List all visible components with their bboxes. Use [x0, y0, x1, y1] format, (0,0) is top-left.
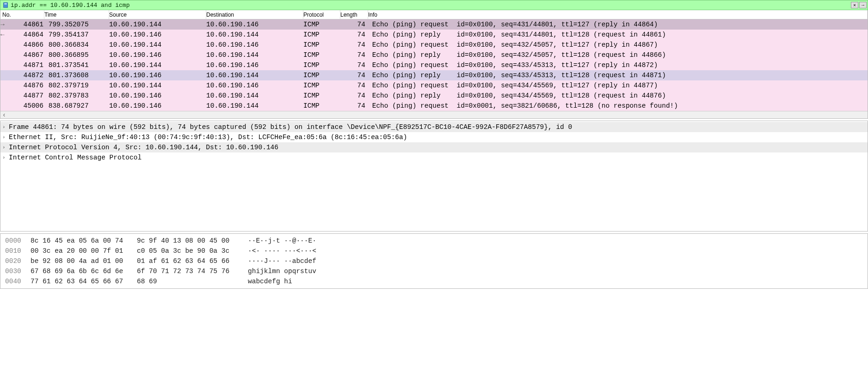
- detail-text: Frame 44861: 74 bytes on wire (592 bits)…: [9, 123, 572, 131]
- cell-destination: 10.60.190.144: [206, 31, 303, 38]
- ascii-text: ··E··j·t ··@···E·: [248, 237, 316, 244]
- chevron-right-icon[interactable]: ›: [2, 155, 9, 160]
- cell-source: 10.60.190.146: [109, 51, 206, 59]
- hex-group-1: 67 68 69 6a 6b 6c 6d 6e: [31, 268, 137, 275]
- cell-protocol: ICMP: [303, 51, 340, 59]
- cell-length: 74: [340, 102, 368, 110]
- hex-group-2: 9c 9f 40 13 08 00 45 00: [137, 237, 248, 244]
- packet-row[interactable]: 44867 800.36689510.60.190.14610.60.190.1…: [0, 50, 868, 60]
- cell-source: 10.60.190.144: [109, 21, 206, 28]
- packet-row[interactable]: 44876 802.37971910.60.190.14410.60.190.1…: [0, 80, 868, 91]
- col-header-length[interactable]: Length: [340, 10, 368, 19]
- packet-bytes-panel: 00008c 16 45 ea 05 6a 00 749c 9f 40 13 0…: [0, 233, 868, 289]
- cell-no: 44872: [0, 72, 44, 79]
- hex-group-1: 77 61 62 63 64 65 66 67: [31, 278, 137, 285]
- packet-row[interactable]: 45006 838.68792710.60.190.14610.60.190.1…: [0, 101, 868, 111]
- bytes-row[interactable]: 00008c 16 45 ea 05 6a 00 749c 9f 40 13 0…: [0, 236, 868, 246]
- col-header-no[interactable]: No.: [0, 10, 44, 19]
- relation-arrow-icon: ←: [0, 31, 13, 38]
- svg-rect-0: [4, 3, 8, 8]
- byte-offset: 0000: [5, 237, 31, 244]
- cell-source: 10.60.190.144: [109, 82, 206, 89]
- cell-protocol: ICMP: [303, 21, 340, 28]
- hex-group-2: 68 69: [137, 278, 248, 285]
- packet-row[interactable]: →44861 799.35207510.60.190.14410.60.190.…: [0, 19, 868, 30]
- cell-time: 802.379719: [44, 82, 109, 89]
- byte-offset: 0020: [5, 257, 31, 265]
- cell-no: 44867: [0, 51, 44, 59]
- cell-info: Echo (ping) request id=0x0100, seq=434/4…: [368, 82, 868, 89]
- hex-group-1: 8c 16 45 ea 05 6a 00 74: [31, 237, 137, 244]
- chevron-right-icon[interactable]: ›: [2, 145, 9, 150]
- hex-group-2: 01 af 61 62 63 64 65 66: [137, 257, 248, 265]
- cell-info: Echo (ping) reply id=0x0100, seq=433/453…: [368, 72, 868, 79]
- packet-row[interactable]: ←44864 799.35413710.60.190.14610.60.190.…: [0, 30, 868, 40]
- cell-source: 10.60.190.146: [109, 72, 206, 79]
- chevron-right-icon[interactable]: ›: [2, 124, 9, 130]
- detail-tree-item[interactable]: ›Ethernet II, Src: RuijieNe_9f:40:13 (00…: [0, 132, 868, 142]
- hex-group-1: 00 3c ea 20 00 00 7f 01: [31, 247, 137, 255]
- bytes-row[interactable]: 004077 61 62 63 64 65 66 6768 69wabcdefg…: [0, 276, 868, 287]
- packet-details-panel: ›Frame 44861: 74 bytes on wire (592 bits…: [0, 121, 868, 232]
- cell-destination: 10.60.190.146: [206, 21, 303, 28]
- apply-filter-button[interactable]: →: [859, 2, 867, 8]
- cell-no: 45006: [0, 102, 44, 110]
- bookmark-icon[interactable]: [2, 1, 9, 9]
- cell-protocol: ICMP: [303, 41, 340, 49]
- cell-length: 74: [340, 61, 368, 69]
- display-filter-bar: ✕ →: [0, 0, 868, 10]
- cell-length: 74: [340, 72, 368, 79]
- cell-time: 799.354137: [44, 31, 109, 38]
- ascii-text: ····J··· ··abcdef: [248, 257, 316, 265]
- bytes-row[interactable]: 003067 68 69 6a 6b 6c 6d 6e6f 70 71 72 7…: [0, 266, 868, 276]
- byte-offset: 0040: [5, 278, 31, 285]
- chevron-right-icon[interactable]: ›: [2, 134, 9, 140]
- col-header-protocol[interactable]: Protocol: [303, 10, 340, 19]
- bytes-row[interactable]: 0020be 92 08 00 4a ad 01 0001 af 61 62 6…: [0, 256, 868, 266]
- cell-destination: 10.60.190.146: [206, 41, 303, 49]
- cell-length: 74: [340, 51, 368, 59]
- col-header-time[interactable]: Time: [44, 10, 109, 19]
- hex-group-2: c0 05 0a 3c be 90 0a 3c: [137, 247, 248, 255]
- cell-source: 10.60.190.144: [109, 61, 206, 69]
- cell-source: 10.60.190.146: [109, 31, 206, 38]
- cell-no: 44866: [0, 41, 44, 49]
- cell-length: 74: [340, 41, 368, 49]
- cell-info: Echo (ping) reply id=0x0100, seq=434/455…: [368, 92, 868, 99]
- col-header-info[interactable]: Info: [368, 10, 868, 19]
- horizontal-scrollbar[interactable]: ‹: [0, 111, 868, 118]
- detail-tree-item[interactable]: ›Internet Protocol Version 4, Src: 10.60…: [0, 142, 868, 152]
- display-filter-input[interactable]: [11, 2, 868, 9]
- cell-time: 799.352075: [44, 21, 109, 28]
- cell-source: 10.60.190.146: [109, 92, 206, 99]
- cell-info: Echo (ping) reply id=0x0100, seq=431/448…: [368, 31, 868, 38]
- cell-no: 44877: [0, 92, 44, 99]
- packet-row[interactable]: 44872 801.37360810.60.190.14610.60.190.1…: [0, 70, 868, 80]
- byte-offset: 0010: [5, 247, 31, 255]
- clear-filter-button[interactable]: ✕: [851, 2, 858, 8]
- cell-destination: 10.60.190.144: [206, 92, 303, 99]
- packet-list-panel: No. Time Source Destination Protocol Len…: [0, 10, 868, 119]
- ascii-text: ghijklmn opqrstuv: [248, 268, 316, 275]
- col-header-destination[interactable]: Destination: [206, 10, 303, 19]
- cell-no: 44871: [0, 61, 44, 69]
- cell-protocol: ICMP: [303, 61, 340, 69]
- col-header-source[interactable]: Source: [109, 10, 206, 19]
- detail-tree-item[interactable]: ›Frame 44861: 74 bytes on wire (592 bits…: [0, 122, 868, 132]
- ascii-text: wabcdefg hi: [248, 278, 292, 285]
- cell-time: 801.373541: [44, 61, 109, 69]
- detail-text: Internet Protocol Version 4, Src: 10.60.…: [9, 144, 278, 151]
- packet-row[interactable]: 44877 802.37978310.60.190.14610.60.190.1…: [0, 91, 868, 101]
- cell-destination: 10.60.190.144: [206, 102, 303, 110]
- packet-row[interactable]: 44871 801.37354110.60.190.14410.60.190.1…: [0, 60, 868, 70]
- packet-list-header: No. Time Source Destination Protocol Len…: [0, 10, 868, 19]
- packet-row[interactable]: 44866 800.36683410.60.190.14410.60.190.1…: [0, 40, 868, 50]
- detail-tree-item[interactable]: ›Internet Control Message Protocol: [0, 152, 868, 163]
- scroll-left-icon[interactable]: ‹: [0, 111, 8, 119]
- byte-offset: 0030: [5, 268, 31, 275]
- cell-time: 838.687927: [44, 102, 109, 110]
- bytes-row[interactable]: 001000 3c ea 20 00 00 7f 01c0 05 0a 3c b…: [0, 246, 868, 256]
- cell-info: Echo (ping) request id=0x0100, seq=433/4…: [368, 61, 868, 69]
- cell-time: 801.373608: [44, 72, 109, 79]
- hex-group-1: be 92 08 00 4a ad 01 00: [31, 257, 137, 265]
